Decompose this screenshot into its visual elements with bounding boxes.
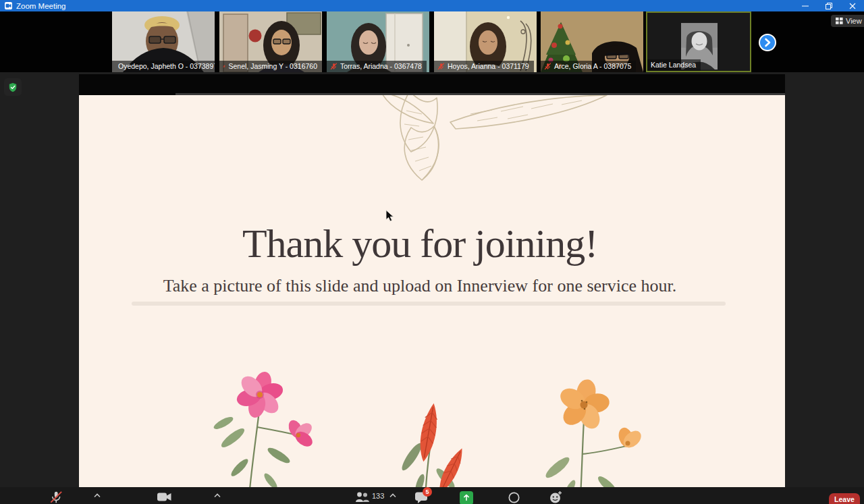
share-screen-arrow-icon — [462, 493, 471, 503]
zoom-camera-icon — [5, 2, 12, 9]
subtitle-underline — [132, 302, 726, 306]
participant-name-label: Senel, Jasming Y - 0316760 — [219, 61, 322, 72]
participant-video-3[interactable]: Torras, Ariadna - 0367478 — [327, 11, 429, 72]
meeting-controls-toolbar: 133 5 Leave — [0, 487, 864, 504]
chat-unread-badge: 5 — [423, 487, 432, 497]
view-button-label: View — [846, 17, 862, 25]
video-options-chevron-up-icon[interactable] — [214, 493, 221, 498]
watercolor-flowers-illustration — [146, 365, 686, 489]
slide-title: Thank you for joining! — [79, 221, 773, 267]
sketch-flower-illustration — [369, 95, 616, 188]
minimize-icon[interactable] — [793, 0, 817, 11]
restore-icon[interactable] — [817, 0, 840, 11]
view-grid-icon — [836, 18, 843, 24]
shared-screen-top-bar — [79, 74, 785, 95]
main-stage: Thank you for joining! Take a picture of… — [0, 72, 864, 487]
muted-mic-icon — [544, 63, 551, 70]
participant-video-6-active-speaker[interactable]: Katie Landsea — [646, 11, 751, 72]
participant-name-label: Hoyos, Arianna - 0371179 — [434, 61, 534, 72]
presentation-slide: Thank you for joining! Take a picture of… — [79, 95, 785, 489]
cursor-arrow — [385, 210, 394, 222]
view-button[interactable]: View — [831, 15, 864, 27]
window-title: Zoom Meeting — [16, 2, 66, 10]
close-icon[interactable] — [840, 0, 864, 11]
participant-name-label: Katie Landsea — [647, 59, 701, 71]
muted-mic-icon — [223, 63, 225, 70]
muted-mic-icon — [437, 63, 445, 70]
slide-subtitle: Take a picture of this slide and upload … — [79, 276, 773, 296]
participant-name-label: Oyedepo, Japheth O - 0373897 — [112, 61, 215, 72]
shared-screen: Thank you for joining! Take a picture of… — [79, 74, 785, 489]
participant-video-5[interactable]: Arce, Gloria A - 0387075 — [541, 11, 643, 72]
participants-count[interactable]: 133 — [372, 492, 384, 500]
participant-video-1[interactable]: Oyedepo, Japheth O - 0373897 — [112, 11, 215, 72]
participants-icon[interactable] — [355, 492, 370, 502]
chevron-right-icon — [763, 37, 772, 48]
participant-video-2[interactable]: Senel, Jasming Y - 0316760 — [219, 11, 322, 72]
microphone-muted-icon[interactable] — [49, 490, 63, 504]
zoom-meeting-window: Zoom Meeting — [0, 0, 864, 504]
video-camera-icon[interactable] — [157, 492, 172, 502]
mic-options-chevron-up-icon[interactable] — [94, 493, 101, 498]
record-icon[interactable] — [508, 491, 520, 504]
security-shield-icon[interactable] — [4, 78, 22, 96]
participants-filmstrip: Oyedepo, Japheth O - 0373897 Senel, Jasm… — [0, 11, 864, 72]
participant-name-label: Arce, Gloria A - 0387075 — [541, 61, 636, 72]
participant-video-4[interactable]: Hoyos, Arianna - 0371179 — [434, 11, 537, 72]
next-participants-button[interactable] — [759, 34, 776, 51]
participant-name-label: Torras, Ariadna - 0367478 — [327, 61, 427, 72]
leave-button[interactable]: Leave — [829, 493, 860, 504]
participants-chevron-up-icon[interactable] — [389, 493, 396, 498]
reactions-icon[interactable] — [549, 490, 563, 504]
window-titlebar: Zoom Meeting — [0, 0, 864, 11]
share-screen-button[interactable] — [460, 491, 473, 504]
muted-mic-icon — [330, 63, 338, 70]
